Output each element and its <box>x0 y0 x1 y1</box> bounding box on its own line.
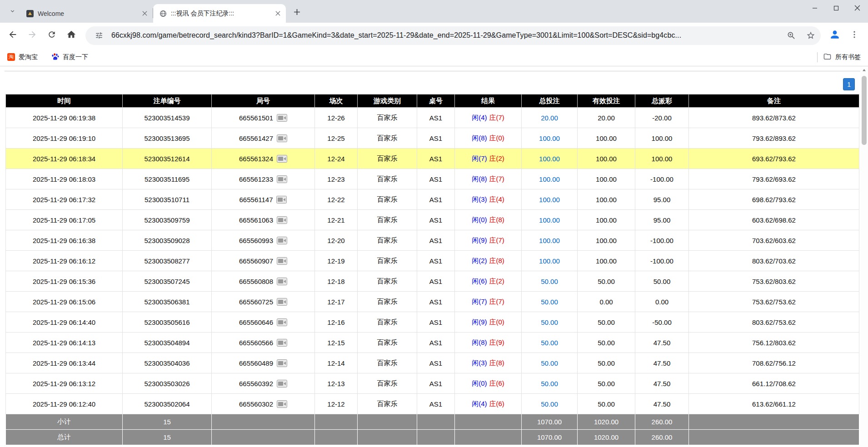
table-no-cell: AS1 <box>417 271 455 292</box>
close-window-button[interactable] <box>847 0 868 17</box>
scrollbar-thumb[interactable] <box>862 76 867 145</box>
total-bet-link[interactable]: 100.00 <box>539 175 560 183</box>
total-bet-link[interactable]: 100.00 <box>539 237 560 244</box>
game-type-cell: 百家乐 <box>358 189 417 210</box>
total-bet-link[interactable]: 100.00 <box>539 134 560 142</box>
zoom-icon[interactable] <box>784 28 798 43</box>
column-header: 结果 <box>455 94 522 108</box>
time-cell: 2025-11-29 06:14:40 <box>6 312 123 333</box>
back-button[interactable] <box>4 26 22 45</box>
total-bet-link[interactable]: 100.00 <box>539 216 560 224</box>
all-bookmarks-button[interactable]: 所有书签 <box>823 53 861 62</box>
total-bet-cell: 100.00 <box>522 128 578 149</box>
video-replay-icon[interactable] <box>277 237 287 244</box>
video-replay-icon[interactable] <box>277 359 287 367</box>
bet-id-cell: 523003507245 <box>123 271 212 292</box>
table-header-row: 时间注单编号局号场次游戏类别桌号结果总投注有效投注总派彩备注 <box>6 94 859 108</box>
bookmark-baidu[interactable]: 百度一下 <box>51 53 88 62</box>
game-type-cell: 百家乐 <box>358 251 417 271</box>
total-bet-link[interactable]: 100.00 <box>539 257 560 265</box>
bookmarks-separator <box>817 52 818 62</box>
minimize-button[interactable] <box>804 0 825 17</box>
video-replay-icon[interactable] <box>277 114 287 122</box>
result-player: 闲(9) <box>472 318 487 326</box>
column-header: 时间 <box>6 94 123 108</box>
bookmark-taobao[interactable]: 淘 爱淘宝 <box>7 53 38 61</box>
video-replay-icon[interactable] <box>277 257 287 265</box>
empty-cell <box>689 430 859 445</box>
close-icon[interactable] <box>273 9 282 18</box>
new-tab-button[interactable] <box>290 6 304 20</box>
video-replay-icon[interactable] <box>277 318 287 326</box>
total-bet-cell: 100.00 <box>522 210 578 230</box>
result-banker: 庄(9) <box>489 338 504 346</box>
result-banker: 庄(7) <box>489 236 504 244</box>
total-bet-link[interactable]: 50.00 <box>541 298 558 306</box>
home-button[interactable] <box>62 26 80 45</box>
refresh-button[interactable] <box>43 26 61 45</box>
maximize-button[interactable] <box>825 0 847 17</box>
address-bar[interactable]: 66cxkj98.com/game/betrecord_search/kind3… <box>85 26 821 45</box>
tab-bet-record[interactable]: :::视讯 会员下注纪录::: <box>153 4 286 23</box>
video-replay-icon[interactable] <box>277 339 287 347</box>
game-type-cell: 百家乐 <box>358 128 417 149</box>
result-player: 闲(8) <box>472 175 487 183</box>
video-replay-icon[interactable] <box>277 400 287 408</box>
payout-cell: -100.00 <box>635 230 689 251</box>
tab-search-button[interactable] <box>5 5 19 19</box>
menu-button[interactable] <box>845 26 863 45</box>
result-player: 闲(0) <box>472 216 487 224</box>
video-replay-icon[interactable] <box>277 278 287 285</box>
time-cell: 2025-11-29 06:18:03 <box>6 169 123 189</box>
result-cell: 闲(3)庄(4) <box>455 189 522 210</box>
bet-id-cell: 523003512614 <box>123 149 212 169</box>
page-1-button[interactable]: 1 <box>843 78 855 90</box>
bookmark-star-icon[interactable] <box>803 28 818 43</box>
total-bet-link[interactable]: 50.00 <box>541 278 558 285</box>
video-replay-icon[interactable] <box>277 216 287 224</box>
video-replay-icon[interactable] <box>277 155 287 163</box>
site-info-icon[interactable] <box>92 28 106 43</box>
video-replay-icon[interactable] <box>277 175 287 183</box>
total-bet-link[interactable]: 50.00 <box>541 318 558 326</box>
close-icon[interactable] <box>140 9 149 18</box>
bet-id-cell: 523003513695 <box>123 128 212 149</box>
round-cell: 665560725 <box>212 292 315 312</box>
payout-cell: 95.00 <box>635 189 689 210</box>
total-bet-cell: 50.00 <box>522 292 578 312</box>
payout-cell: -50.00 <box>635 312 689 333</box>
total-payout-cell: 260.00 <box>635 430 689 445</box>
result-banker: 庄(7) <box>489 114 504 121</box>
result-cell: 闲(4)庄(7) <box>455 108 522 128</box>
table-row: 2025-11-29 06:13:12 523003503026 6655603… <box>6 373 859 394</box>
round-cell: 665560907 <box>212 251 315 271</box>
total-bet-link[interactable]: 50.00 <box>541 339 558 347</box>
remark-cell: 793.62/893.62 <box>689 128 859 149</box>
video-replay-icon[interactable] <box>277 298 287 306</box>
total-bet-link[interactable]: 50.00 <box>541 400 558 408</box>
total-bet-link[interactable]: 20.00 <box>541 114 558 122</box>
total-count-cell: 15 <box>123 430 212 445</box>
empty-cell <box>358 414 417 430</box>
time-cell: 2025-11-29 06:15:06 <box>6 292 123 312</box>
video-replay-icon[interactable] <box>277 134 287 142</box>
table-no-cell: AS1 <box>417 312 455 333</box>
session-cell: 12-16 <box>315 312 358 333</box>
scrollbar-up-arrow[interactable] <box>860 66 868 74</box>
result-player: 闲(0) <box>472 379 487 387</box>
remark-cell: 661.12/708.62 <box>689 373 859 394</box>
total-bet-link[interactable]: 50.00 <box>541 380 558 387</box>
total-bet-link[interactable]: 100.00 <box>539 155 560 163</box>
column-header: 有效投注 <box>578 94 635 108</box>
result-player: 闲(7) <box>472 154 487 162</box>
tab-welcome[interactable]: Welcome <box>20 4 153 23</box>
forward-button[interactable] <box>23 26 41 45</box>
video-replay-icon[interactable] <box>277 380 287 387</box>
url-text[interactable]: 66cxkj98.com/game/betrecord_search/kind3… <box>111 31 779 40</box>
profile-button[interactable] <box>826 26 844 45</box>
total-bet-link[interactable]: 100.00 <box>539 196 560 204</box>
vertical-scrollbar[interactable] <box>860 66 868 447</box>
total-bet-link[interactable]: 50.00 <box>541 359 558 367</box>
game-type-cell: 百家乐 <box>358 353 417 373</box>
video-replay-icon[interactable] <box>276 196 287 204</box>
